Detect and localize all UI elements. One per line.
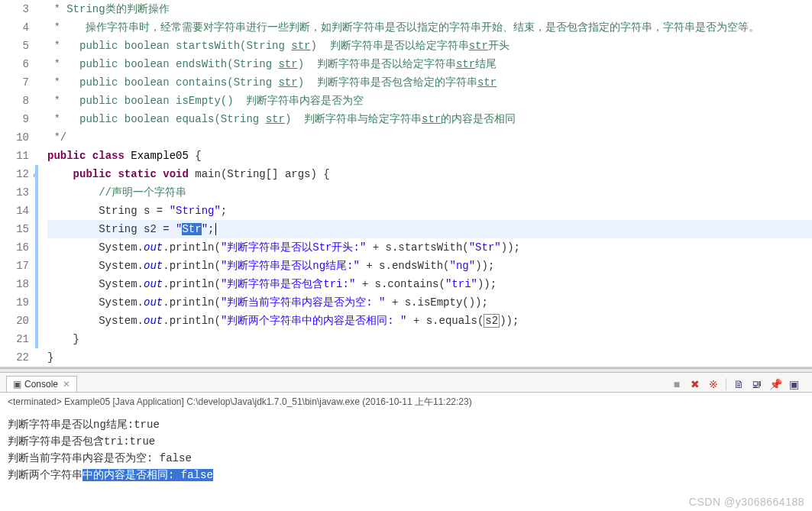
console-tab[interactable]: ▣ Console ✕ xyxy=(6,376,77,392)
code-line[interactable]: * String类的判断操作 xyxy=(47,0,812,18)
line-number: 19 xyxy=(0,293,29,312)
code-line[interactable]: */ xyxy=(47,128,812,147)
panel-tab-bar: ▣ Console ✕ ■ ✖ ※ 🗎 🖳 📌 ▣ xyxy=(0,373,812,393)
code-line[interactable]: System.out.println("判断当前字符串内容是否为空: " + s… xyxy=(47,293,812,312)
remove-launch-icon[interactable]: ※ xyxy=(707,378,720,390)
line-number: 10 xyxy=(0,128,29,147)
code-line[interactable]: System.out.println("判断字符串是否以Str开头:" + s.… xyxy=(47,238,812,257)
code-line[interactable]: System.out.println("判断字符串是否包含tri:" + s.c… xyxy=(47,275,812,293)
line-number: 7 xyxy=(0,73,29,92)
console-line[interactable]: 判断字符串是否包含tri:true xyxy=(8,433,804,450)
line-number: 5 xyxy=(0,37,29,55)
code-line[interactable]: } xyxy=(47,330,812,348)
console-icon: ▣ xyxy=(13,379,21,390)
scroll-lock-icon[interactable]: 🗎 xyxy=(733,378,745,390)
line-number: 11 xyxy=(0,147,29,165)
code-line[interactable]: * public boolean startsWith(String str) … xyxy=(47,37,812,55)
code-line[interactable]: String s = "String"; xyxy=(47,202,812,220)
line-number: 9 xyxy=(0,110,29,128)
code-line[interactable]: * public boolean equals(String str) 判断字符… xyxy=(47,110,812,128)
console-line[interactable]: 判断字符串是否以ng结尾:true xyxy=(8,416,804,433)
display-selected-console-icon[interactable]: ▣ xyxy=(788,378,800,390)
console-line[interactable]: 判断两个字符串中的内容是否相同: false xyxy=(8,467,804,484)
line-number: 14 xyxy=(0,202,29,220)
code-line[interactable]: System.out.println("判断字符串是否以ng结尾:" + s.e… xyxy=(47,257,812,275)
remove-all-terminated-icon[interactable]: ✖ xyxy=(689,378,701,390)
line-number: 4 xyxy=(0,18,29,37)
clear-console-icon[interactable]: 🖳 xyxy=(751,378,763,390)
line-number: 12 xyxy=(0,165,29,183)
close-tab-icon[interactable]: ✕ xyxy=(63,379,70,390)
line-number: 22 xyxy=(0,348,29,367)
line-number: 13 xyxy=(0,183,29,202)
line-number-gutter: 345678910111213141516171819202122 xyxy=(0,0,35,367)
terminate-icon[interactable]: ■ xyxy=(671,378,683,390)
text-caret xyxy=(215,223,216,235)
code-editor[interactable]: 345678910111213141516171819202122 * Stri… xyxy=(0,0,812,368)
line-number: 20 xyxy=(0,312,29,330)
line-number: 3 xyxy=(0,0,29,18)
line-number: 16 xyxy=(0,238,29,257)
console-output[interactable]: 判断字符串是否以ng结尾:true判断字符串是否包含tri:true判断当前字符… xyxy=(0,413,812,490)
line-number: 17 xyxy=(0,257,29,275)
console-tab-label: Console xyxy=(24,379,58,390)
line-number: 8 xyxy=(0,92,29,110)
code-line[interactable]: * public boolean contains(String str) 判断… xyxy=(47,73,812,92)
code-line[interactable]: * public boolean endsWith(String str) 判断… xyxy=(47,55,812,73)
code-line[interactable]: public class Example05 { xyxy=(47,147,812,165)
console-termination-info: <terminated> Example05 [Java Application… xyxy=(0,393,812,413)
console-toolbar: ■ ✖ ※ 🗎 🖳 📌 ▣ xyxy=(671,378,806,390)
code-line[interactable]: String s2 = "Str"; xyxy=(47,220,812,238)
code-line[interactable]: * 操作字符串时，经常需要对字符串进行一些判断，如判断字符串是否以指定的字符串开… xyxy=(47,18,812,37)
line-number: 18 xyxy=(0,275,29,293)
code-line[interactable]: } xyxy=(47,348,812,367)
line-number: 6 xyxy=(0,55,29,73)
code-line[interactable]: //声明一个字符串 xyxy=(47,183,812,202)
code-line[interactable]: System.out.println("判断两个字符串中的内容是否相同: " +… xyxy=(47,312,812,330)
pin-console-icon[interactable]: 📌 xyxy=(769,378,781,390)
code-body[interactable]: * String类的判断操作 * 操作字符串时，经常需要对字符串进行一些判断，如… xyxy=(35,0,812,367)
toolbar-separator xyxy=(726,378,726,390)
console-panel: ▣ Console ✕ ■ ✖ ※ 🗎 🖳 📌 ▣ <terminated> E… xyxy=(0,373,812,490)
console-line[interactable]: 判断当前字符串内容是否为空: false xyxy=(8,450,804,467)
line-number: 21 xyxy=(0,330,29,348)
line-number: 15 xyxy=(0,220,29,238)
code-line[interactable]: public static void main(String[] args) { xyxy=(47,165,812,183)
code-line[interactable]: * public boolean isEmpty() 判断字符串内容是否为空 xyxy=(47,92,812,110)
